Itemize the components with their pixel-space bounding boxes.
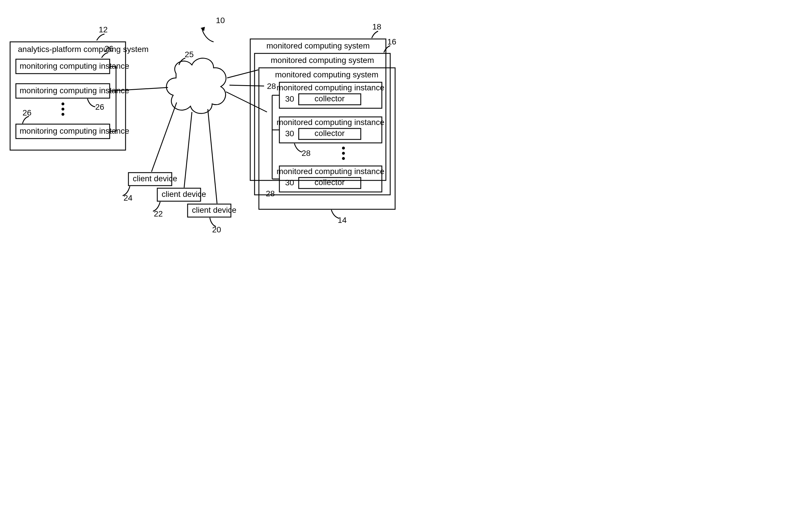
collector-2-label: collector	[315, 129, 345, 138]
conn-cloud-client-1	[152, 103, 177, 172]
collector-1-label: collector	[315, 94, 345, 103]
client-device-3-ref: 20	[212, 225, 221, 234]
svg-point-1	[61, 103, 64, 105]
conn-cloud-mon-3	[226, 92, 267, 112]
client-device-3-label: client device	[192, 206, 236, 214]
client-device-2-label: client device	[162, 189, 206, 199]
monitoring-instance-2-ref: 26	[95, 103, 104, 111]
monitoring-instance-3-ref: 26	[22, 108, 31, 117]
analytics-platform-title: analytics-platform computing system	[18, 45, 149, 54]
analytics-ref: 12	[99, 25, 108, 34]
collector-3-label: collector	[315, 178, 345, 187]
monitored-instance-3-label: monitored computing instance	[276, 167, 384, 176]
figure-ref: 10	[216, 16, 225, 25]
monitored-system-back-ref: 18	[372, 22, 381, 31]
collector-2-ref: 30	[285, 129, 294, 138]
collector-1-ref: 30	[285, 94, 294, 103]
monitored-instance-1-ref: 28	[267, 82, 276, 91]
svg-point-9	[342, 152, 345, 155]
conn-cloud-mon-1	[227, 70, 258, 78]
client-device-2-ref: 22	[154, 209, 163, 218]
monitored-system-front-ref: 14	[338, 216, 347, 225]
cloud-ref: 25	[185, 50, 194, 59]
svg-point-2	[61, 108, 64, 110]
monitored-system-mid-title: monitored computing system	[271, 56, 374, 65]
monitored-instance-2-ref: 28	[302, 149, 310, 157]
conn-cloud-client-2	[184, 112, 192, 188]
svg-point-8	[342, 147, 345, 150]
monitored-instance-2-label: monitored computing instance	[276, 118, 384, 127]
client-device-1-ref: 24	[124, 193, 133, 202]
monitored-system-front-title: monitored computing system	[275, 70, 378, 79]
svg-point-10	[342, 157, 345, 160]
client-device-1-label: client device	[133, 174, 177, 183]
monitoring-instance-1-ref: 26	[105, 44, 113, 53]
collector-3-ref: 30	[285, 178, 294, 187]
monitored-instance-3-ref: 28	[266, 189, 275, 198]
conn-cloud-client-3	[208, 109, 217, 203]
monitored-instance-1-label: monitored computing instance	[276, 83, 384, 92]
svg-point-3	[61, 113, 64, 116]
monitored-system-back-title: monitored computing system	[266, 41, 370, 50]
monitored-system-mid-ref: 16	[387, 37, 396, 46]
